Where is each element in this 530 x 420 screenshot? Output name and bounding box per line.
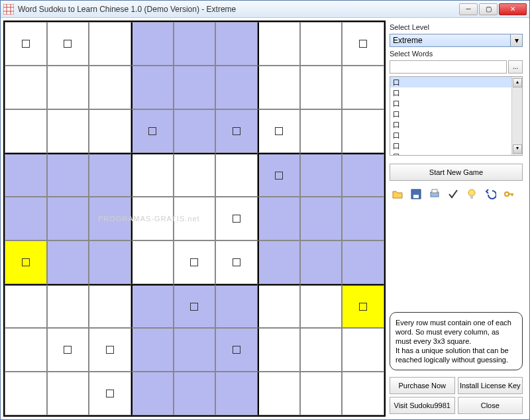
level-select[interactable]: Extreme ▾	[390, 34, 523, 47]
grid-cell[interactable]	[5, 328, 47, 372]
grid-cell[interactable]	[131, 22, 174, 66]
grid-cell[interactable]	[342, 66, 384, 109]
browse-button[interactable]: ...	[508, 60, 523, 74]
grid-cell[interactable]	[215, 153, 258, 197]
list-item[interactable]: 口	[390, 109, 522, 119]
grid-cell[interactable]	[258, 109, 300, 153]
save-icon[interactable]	[409, 187, 423, 201]
list-item[interactable]: 口	[390, 77, 522, 87]
grid-cell[interactable]	[131, 284, 174, 328]
scrollbar[interactable]: ▴ ▾	[511, 77, 522, 155]
grid-cell[interactable]	[342, 328, 384, 372]
open-icon[interactable]	[391, 187, 404, 201]
grid-cell[interactable]	[47, 22, 89, 66]
grid-cell[interactable]	[47, 284, 89, 328]
grid-cell[interactable]	[215, 66, 258, 109]
grid-cell[interactable]	[89, 66, 131, 109]
list-item[interactable]: 口	[390, 98, 522, 109]
grid-cell[interactable]	[131, 153, 174, 197]
grid-cell[interactable]	[5, 240, 47, 284]
grid-cell[interactable]	[47, 66, 89, 109]
grid-cell[interactable]	[258, 328, 300, 372]
grid-cell[interactable]	[258, 22, 300, 66]
grid-cell[interactable]	[47, 109, 89, 153]
grid-cell[interactable]	[300, 66, 343, 109]
grid-cell[interactable]	[258, 197, 300, 240]
grid-cell[interactable]	[342, 153, 384, 197]
start-new-game-button[interactable]: Start New Game	[390, 164, 523, 181]
grid-cell[interactable]	[174, 153, 216, 197]
grid-cell[interactable]	[174, 197, 216, 240]
grid-cell[interactable]	[300, 22, 343, 66]
scroll-down-icon[interactable]: ▾	[513, 144, 522, 154]
words-input[interactable]	[390, 60, 507, 74]
grid-cell[interactable]	[258, 240, 300, 284]
grid-cell[interactable]	[300, 153, 343, 197]
close-button[interactable]: ✕	[499, 3, 527, 15]
grid-cell[interactable]	[342, 109, 384, 153]
grid-cell[interactable]	[131, 240, 174, 284]
maximize-button[interactable]: ▢	[479, 3, 498, 15]
grid-cell[interactable]	[174, 328, 216, 372]
grid-cell[interactable]	[89, 153, 131, 197]
grid-cell[interactable]	[258, 66, 300, 109]
grid-cell[interactable]	[174, 66, 216, 109]
grid-cell[interactable]	[215, 284, 258, 328]
grid-cell[interactable]	[131, 372, 174, 415]
grid-cell[interactable]	[47, 153, 89, 197]
grid-cell[interactable]	[342, 197, 384, 240]
purchase-button[interactable]: Purchase Now	[390, 377, 455, 394]
grid-cell[interactable]	[342, 240, 384, 284]
grid-cell[interactable]	[89, 240, 131, 284]
grid-cell[interactable]	[131, 197, 174, 240]
grid-cell[interactable]	[342, 284, 384, 328]
grid-cell[interactable]	[47, 240, 89, 284]
visit-button[interactable]: Visit Sudoku9981	[390, 397, 455, 414]
grid-cell[interactable]	[174, 22, 216, 66]
grid-cell[interactable]	[174, 240, 216, 284]
grid-cell[interactable]	[5, 22, 47, 66]
list-item[interactable]: 口	[390, 151, 522, 156]
scroll-up-icon[interactable]: ▴	[513, 78, 522, 87]
grid-cell[interactable]	[5, 372, 47, 415]
minimize-button[interactable]: ─	[459, 3, 478, 15]
grid-cell[interactable]	[47, 328, 89, 372]
grid-cell[interactable]	[215, 240, 258, 284]
grid-cell[interactable]	[5, 153, 47, 197]
word-list[interactable]: 口口口口口口口口 ▴ ▾	[390, 76, 523, 156]
list-item[interactable]: 口	[390, 119, 522, 130]
grid-cell[interactable]	[300, 109, 343, 153]
grid-cell[interactable]	[5, 197, 47, 240]
install-license-button[interactable]: Install License Key	[458, 377, 523, 394]
close-app-button[interactable]: Close	[458, 397, 523, 414]
grid-cell[interactable]	[258, 153, 300, 197]
grid-cell[interactable]	[5, 66, 47, 109]
grid-cell[interactable]	[174, 109, 216, 153]
list-item[interactable]: 口	[390, 130, 522, 140]
grid-cell[interactable]	[300, 372, 343, 415]
grid-cell[interactable]	[300, 284, 343, 328]
grid-cell[interactable]	[215, 372, 258, 415]
sudoku-grid[interactable]: PROGRAMAS-GRATIS.net	[3, 21, 386, 417]
undo-icon[interactable]	[484, 187, 497, 201]
grid-cell[interactable]	[89, 328, 131, 372]
grid-cell[interactable]	[5, 284, 47, 328]
grid-cell[interactable]	[215, 22, 258, 66]
grid-cell[interactable]	[89, 22, 131, 66]
print-icon[interactable]	[428, 187, 441, 201]
grid-cell[interactable]	[342, 22, 384, 66]
key-icon[interactable]	[502, 187, 515, 201]
hint-icon[interactable]	[465, 187, 478, 201]
grid-cell[interactable]	[131, 66, 174, 109]
grid-cell[interactable]	[215, 197, 258, 240]
grid-cell[interactable]	[47, 372, 89, 415]
grid-cell[interactable]	[89, 109, 131, 153]
grid-cell[interactable]	[258, 284, 300, 328]
grid-cell[interactable]	[300, 197, 343, 240]
grid-cell[interactable]	[89, 197, 131, 240]
grid-cell[interactable]	[131, 109, 174, 153]
grid-cell[interactable]	[215, 328, 258, 372]
list-item[interactable]: 口	[390, 140, 522, 151]
grid-cell[interactable]	[300, 240, 343, 284]
grid-cell[interactable]	[342, 372, 384, 415]
